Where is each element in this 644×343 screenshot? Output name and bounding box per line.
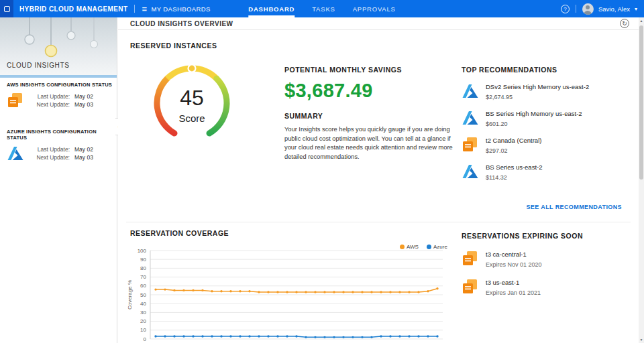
see-all-recommendations-link[interactable]: SEE ALL RECOMMENDATIONS: [526, 204, 622, 210]
refresh-icon[interactable]: ↻: [620, 19, 629, 28]
azure-icon: [462, 83, 479, 99]
azure-icon: [462, 110, 479, 126]
chart-ytick-label: 50: [140, 292, 146, 298]
my-dashboards-label: MY DASHBOARDS: [151, 5, 210, 13]
sidebar-title: CLOUD INSIGHTS: [7, 62, 69, 69]
chart-point: [370, 291, 372, 293]
recommendation-row[interactable]: DSv2 Series High Memory us-east-2 $2,674…: [462, 83, 627, 100]
chart-point: [408, 335, 410, 337]
chart-point: [352, 291, 354, 293]
summary-text: Your Insights score helps you quickly ga…: [284, 125, 460, 161]
chart-point: [380, 335, 382, 337]
reservation-coverage-title: RESERVATION COVERAGE: [130, 229, 229, 237]
scroll-up-icon[interactable]: ▲: [639, 19, 644, 23]
chart-point: [370, 336, 372, 338]
tab-tasks[interactable]: TASKS: [312, 0, 335, 17]
chart-point: [389, 291, 391, 293]
top-recommendations-panel: TOP RECOMMENDATIONS DSv2 Series High Mem…: [462, 66, 627, 181]
status-row: Next Update: May 03: [30, 153, 93, 161]
chart-point: [417, 335, 419, 337]
next-update-label: Next Update:: [30, 100, 70, 109]
reserved-instances-title: RESERVED INSTANCES: [130, 42, 217, 50]
last-update-label: Last Update:: [30, 145, 70, 153]
chart-point: [305, 336, 307, 338]
recommendation-price: $2,674.95: [486, 94, 589, 100]
topbar-right: ? Savio, Alex ▾: [561, 0, 637, 17]
chart-point: [182, 289, 184, 291]
recommendation-price: $297.02: [486, 147, 541, 154]
tab-approvals[interactable]: APPROVALS: [353, 0, 396, 17]
avatar[interactable]: [582, 3, 594, 15]
azure-status-rows: Last Update: May 02 Next Update: May 03: [30, 145, 93, 161]
azure-icon: [7, 145, 24, 161]
chart-ytick-label: 10: [140, 327, 146, 333]
recommendation-row[interactable]: BS Series us-east-2 $114.32: [462, 163, 627, 181]
azure-config-status-heading: AZURE INSIGHTS CONFIGURATION STATUS: [7, 129, 113, 141]
last-update-value: May 02: [74, 145, 93, 153]
help-icon[interactable]: ?: [561, 5, 570, 13]
app-logo-icon[interactable]: [0, 0, 13, 17]
avatar-shoulders: [584, 11, 592, 15]
vertical-scrollbar[interactable]: ▲ ▼: [639, 17, 644, 343]
chart-y-axis-title: Coverage %: [127, 280, 133, 310]
aws-config-status-section: AWS INSIGHTS CONFIGURATION STATUS Last U…: [7, 82, 113, 109]
recommendation-price: $114.32: [486, 174, 542, 181]
expiring-panel: RESERVATIONS EXPIRING SOON t3 ca-central…: [462, 232, 627, 296]
chart-ytick-label: 20: [140, 318, 146, 324]
recommendation-name: DSv2 Series High Memory us-east-2: [486, 83, 589, 91]
chart-point: [286, 335, 288, 337]
status-row: Last Update: May 02: [30, 145, 93, 153]
page-title: CLOUD INSIGHTS OVERVIEW: [130, 20, 233, 27]
recommendation-name: BS Series us-east-2: [486, 163, 542, 172]
scrollbar-thumb[interactable]: [639, 25, 643, 180]
avatar-head: [586, 5, 590, 9]
topbar: HYBRID CLOUD MANAGEMENT ≡ MY DASHBOARDS …: [0, 0, 644, 17]
chart-point: [398, 291, 400, 293]
azure-icon: [462, 163, 479, 180]
my-dashboards-menu[interactable]: ≡ MY DASHBOARDS: [142, 5, 210, 13]
chart-point: [267, 291, 269, 293]
chart-point: [276, 291, 278, 293]
top-recommendations-title: TOP RECOMMENDATIONS: [462, 66, 627, 74]
chart-point: [427, 335, 429, 337]
chart-ytick-label: 100: [138, 248, 147, 254]
chart-point: [286, 291, 288, 293]
expiring-name: t3 us-east-1: [486, 279, 541, 287]
chart-point: [417, 291, 419, 293]
recommendation-row[interactable]: t2 Canada (Central) $297.02: [462, 137, 627, 154]
scroll-down-icon[interactable]: ▼: [639, 338, 644, 342]
aws-status-rows: Last Update: May 02 Next Update: May 03: [30, 92, 93, 109]
recommendation-name: BS Series High Memory us-east-2: [486, 110, 582, 118]
chart-ytick-label: 80: [140, 265, 146, 271]
chart-point: [211, 290, 213, 292]
chart-ytick-label: 40: [140, 301, 146, 307]
expiring-name: t3 ca-central-1: [486, 251, 542, 259]
chart-point: [436, 287, 438, 289]
user-name[interactable]: Savio, Alex: [598, 5, 630, 13]
chart-point: [154, 335, 156, 337]
chart-point: [408, 291, 410, 293]
chart-point: [201, 335, 203, 337]
chart-point: [361, 291, 363, 293]
chart-point: [427, 290, 429, 292]
next-update-value: May 03: [74, 100, 93, 109]
chart-point: [314, 336, 316, 338]
expiring-row[interactable]: t3 us-east-1 Expires Jan 01 2021: [462, 279, 627, 296]
savings-title: POTENTIAL MONTHLY SAVINGS: [284, 66, 466, 74]
expiring-row[interactable]: t3 ca-central-1 Expires Nov 01 2020: [462, 251, 627, 268]
chart-ytick-label: 70: [140, 274, 146, 280]
sidebar: CLOUD INSIGHTS AWS INSIGHTS CONFIGURATIO…: [0, 17, 117, 343]
tab-dashboard[interactable]: DASHBOARD: [248, 0, 294, 17]
chevron-down-icon[interactable]: ▾: [635, 6, 637, 12]
recommendation-row[interactable]: BS Series High Memory us-east-2 $601.20: [462, 110, 627, 127]
chart-point: [229, 335, 231, 337]
chart-point: [239, 290, 241, 292]
status-row: Last Update: May 02: [30, 92, 93, 100]
next-update-value: May 03: [74, 153, 93, 161]
aws-icon: [462, 137, 479, 153]
savings-amount: $3,687.49: [284, 80, 466, 102]
chart-point: [173, 289, 175, 291]
chart-point: [173, 335, 175, 337]
chart-point: [333, 336, 335, 338]
chart-point: [164, 288, 166, 290]
